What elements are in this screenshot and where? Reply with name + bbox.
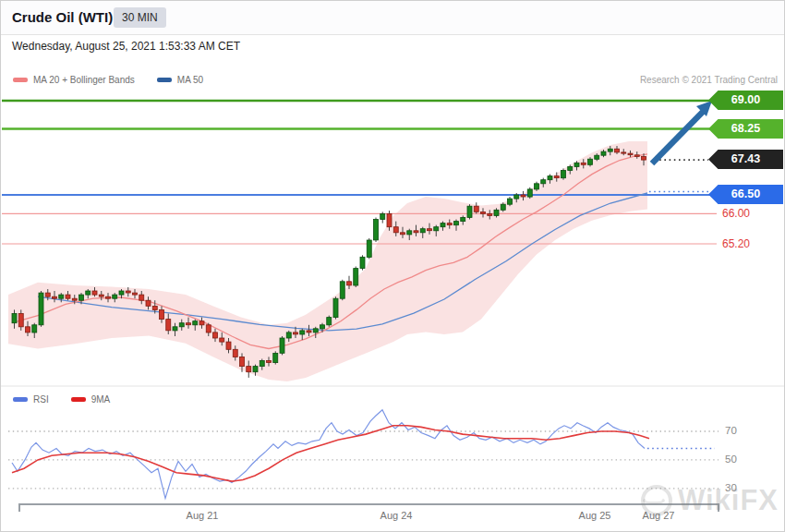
x-tick-aug27: Aug 27: [643, 510, 675, 521]
pivot-price-tag: 66.50: [708, 185, 783, 204]
legend-rsi-label: RSI: [33, 394, 49, 405]
rsi-legend: RSI 9MA: [13, 394, 110, 405]
resistance1-price-tag: 68.25: [708, 119, 783, 139]
resistance2-price-tag: 69.00: [708, 91, 783, 110]
support2-price-label: 65.20: [722, 237, 750, 250]
rsi-ma-swatch-icon: [71, 397, 86, 402]
x-tick-aug21: Aug 21: [187, 510, 219, 521]
last-price-tag: 67.43: [708, 150, 783, 169]
rsi-level-70: 70: [725, 425, 737, 436]
rsi-level-50: 50: [725, 453, 737, 465]
rsi-swatch-icon: [13, 397, 28, 402]
bollinger-swatch-icon: [13, 78, 28, 82]
ma50-swatch-icon: [157, 78, 172, 82]
x-tick-aug24: Aug 24: [380, 510, 413, 521]
attribution-text: Research © 2021 Trading Central: [640, 75, 778, 85]
rsi-level-30: 30: [725, 482, 737, 493]
x-tick-aug25: Aug 25: [579, 510, 611, 521]
legend-ma50-label: MA 50: [177, 75, 203, 85]
main-chart-legend: MA 20 + Bollinger Bands MA 50: [13, 75, 203, 85]
chart-widget: Crude Oil (WTI) 30 MIN Wednesday, August…: [0, 0, 785, 532]
legend-9ma-label: 9MA: [91, 394, 111, 405]
legend-bollinger-label: MA 20 + Bollinger Bands: [33, 75, 135, 85]
support1-price-label: 66.00: [722, 207, 750, 220]
